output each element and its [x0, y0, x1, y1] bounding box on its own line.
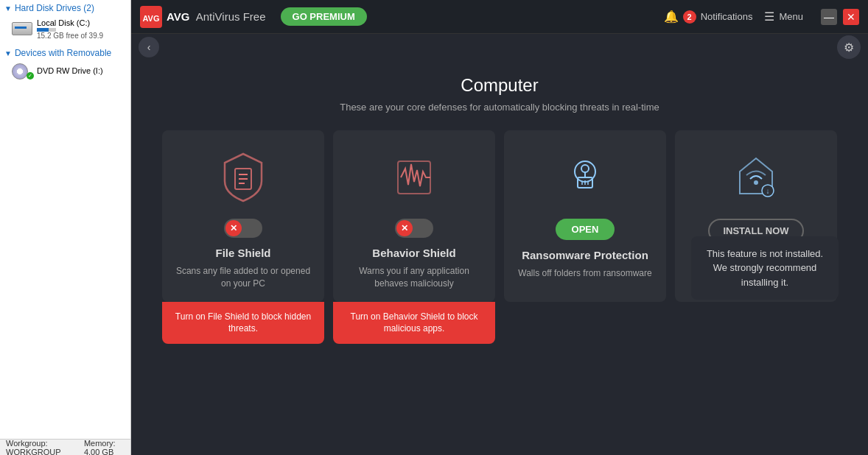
- collapse-arrow: ▼: [4, 4, 12, 13]
- hamburger-icon: ☰: [764, 10, 774, 24]
- memory-label: Memory: 4.00 GB: [84, 439, 125, 456]
- behavior-shield-card: ✕ Behavior Shield Warns you if any appli…: [333, 130, 495, 302]
- dvd-icon: ✓: [12, 63, 32, 78]
- close-button[interactable]: ✕: [843, 9, 859, 25]
- ransomware-desc: Walls off folders from ransomware: [518, 267, 651, 280]
- workgroup-label: Workgroup: WORKGROUP: [6, 439, 69, 456]
- svg-text:AVG: AVG: [142, 14, 159, 23]
- ransomware-icon: [556, 148, 615, 207]
- file-explorer-sidebar: ▼ Hard Disk Drives (2) Local Disk (C:) 1…: [0, 0, 131, 455]
- devices-label: Devices with Removable: [15, 48, 111, 58]
- svg-point-15: [754, 180, 758, 185]
- app-name: AVG AntiVirus Free: [167, 10, 266, 23]
- dvd-drive-item[interactable]: ✓ DVD RW Drive (I:): [0, 61, 130, 80]
- page-title: Computer: [461, 75, 538, 96]
- ransomware-name: Ransomware Protection: [522, 249, 648, 261]
- settings-button[interactable]: ⚙: [837, 35, 861, 59]
- main-content: Computer These are your core defenses fo…: [131, 60, 868, 455]
- local-disk-item[interactable]: Local Disk (C:) 15.2 GB free of 39.9: [0, 16, 130, 42]
- avg-window: AVG AVG AntiVirus Free GO PREMIUM 🔔 2 No…: [131, 0, 868, 455]
- local-disk-size: 15.2 GB free of 39.9: [37, 32, 103, 40]
- install-tooltip: This feature is not installed. We strong…: [691, 236, 839, 300]
- behavior-shield-warning: Turn on Behavior Shield to block malicio…: [333, 302, 495, 345]
- warning-banners: Turn on File Shield to block hidden thre…: [146, 302, 853, 345]
- minimize-button[interactable]: —: [821, 9, 837, 25]
- window-controls: — ✕: [821, 9, 859, 25]
- file-shield-desc: Scans any file added to or opened on you…: [174, 265, 312, 290]
- menu-label: Menu: [779, 11, 803, 22]
- hard-disk-label: Hard Disk Drives (2): [15, 3, 94, 13]
- file-shield-name: File Shield: [215, 247, 270, 259]
- app-name-text: AntiVirus Free: [196, 10, 266, 23]
- local-disk-label: Local Disk (C:): [37, 18, 103, 27]
- behavior-shield-toggle[interactable]: ✕: [395, 219, 433, 238]
- devices-section-header[interactable]: ▼ Devices with Removable: [0, 45, 130, 61]
- title-bar-right: 🔔 2 Notifications ☰ Menu — ✕: [664, 9, 859, 25]
- page-subtitle: These are your core defenses for automat…: [340, 102, 659, 113]
- notifications-label: Notifications: [701, 11, 753, 22]
- open-button[interactable]: OPEN: [556, 219, 615, 240]
- hdd-drive-icon: [12, 22, 32, 37]
- devices-section: ▼ Devices with Removable ✓ DVD RW Drive …: [0, 45, 130, 80]
- svg-text:↓: ↓: [766, 187, 770, 195]
- menu-button[interactable]: ☰ Menu: [764, 10, 803, 24]
- logo-text: AVG: [167, 10, 189, 23]
- svg-point-8: [581, 165, 589, 172]
- devices-arrow: ▼: [4, 49, 12, 57]
- file-shield-card: ✕ File Shield Scans any file added to or…: [162, 130, 324, 302]
- behavior-shield-icon: [385, 148, 444, 207]
- behavior-shield-desc: Warns you if any application behaves mal…: [345, 265, 483, 290]
- file-shield-toggle[interactable]: ✕: [224, 219, 262, 238]
- avg-logo-icon: AVG: [140, 6, 162, 28]
- notifications-badge: 2: [683, 10, 696, 24]
- avg-logo: AVG AVG AntiVirus Free: [140, 6, 266, 28]
- network-inspector-icon: ↓: [727, 148, 785, 207]
- ransomware-card: OPEN Ransomware Protection Walls off fol…: [504, 130, 666, 302]
- bell-icon: 🔔: [664, 10, 679, 24]
- title-bar: AVG AVG AntiVirus Free GO PREMIUM 🔔 2 No…: [131, 0, 868, 34]
- file-shield-icon: [214, 148, 273, 207]
- cards-area: ✕ File Shield Scans any file added to or…: [146, 130, 853, 344]
- notifications-button[interactable]: 🔔 2 Notifications: [664, 10, 753, 24]
- behavior-shield-name: Behavior Shield: [372, 247, 455, 259]
- hard-disk-section[interactable]: ▼ Hard Disk Drives (2): [0, 0, 130, 16]
- dvd-label: DVD RW Drive (I:): [37, 66, 103, 75]
- nav-bar: ‹ ⚙: [131, 34, 868, 60]
- status-bar: Workgroup: WORKGROUP Memory: 4.00 GB: [0, 439, 130, 455]
- file-shield-warning: Turn on File Shield to block hidden thre…: [162, 302, 324, 345]
- go-premium-button[interactable]: GO PREMIUM: [281, 7, 367, 26]
- check-badge: ✓: [27, 72, 34, 80]
- back-button[interactable]: ‹: [139, 37, 159, 57]
